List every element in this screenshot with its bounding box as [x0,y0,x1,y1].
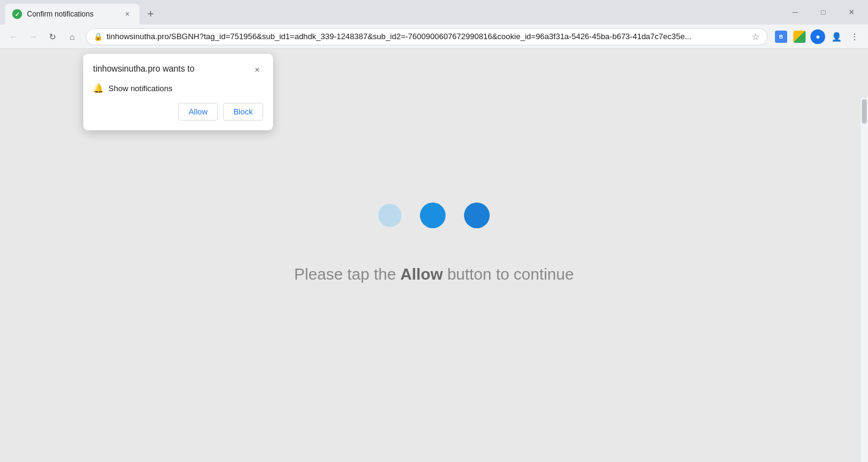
page-content: tinhowsinutha.pro wants to × 🔔 Show noti… [0,49,868,462]
notification-permission-popup: tinhowsinutha.pro wants to × 🔔 Show noti… [83,54,273,130]
home-button[interactable]: ⌂ [64,28,81,45]
scrollbar-thumb[interactable] [862,99,867,124]
account-icon: 👤 [831,32,842,42]
address-bar: ← → ↻ ⌂ 🔒 tinhowsinutha.pro/SBGNH?tag_id… [0,24,868,49]
active-tab[interactable]: Confirm notifications × [5,4,140,24]
lock-icon: 🔒 [94,32,103,41]
address-input-wrapper[interactable]: 🔒 tinhowsinutha.pro/SBGNH?tag_id=751956&… [86,28,768,45]
extension-icon-1: B [775,31,787,43]
block-button[interactable]: Block [223,103,263,121]
dot-2 [420,203,446,228]
permission-text: Show notifications [108,84,173,93]
close-window-button[interactable]: ✕ [837,0,866,24]
avatar: ● [810,29,825,44]
menu-icon: ⋮ [850,32,859,42]
tab-close-button[interactable]: × [122,9,132,19]
scrollbar-track[interactable] [861,98,868,462]
popup-header: tinhowsinutha.pro wants to × [93,64,263,76]
toolbar-icons: B ● 👤 ⋮ [773,28,863,45]
address-text: tinhowsinutha.pro/SBGNH?tag_id=751956&su… [107,32,748,41]
bookmark-star-icon[interactable]: ☆ [752,32,760,42]
extension-icon-2 [793,31,806,43]
popup-buttons: Allow Block [93,103,263,121]
extension-icon-2-button[interactable] [791,28,808,45]
profile-button[interactable]: ● [809,28,826,45]
popup-permission-row: 🔔 Show notifications [93,83,263,93]
back-button[interactable]: ← [5,28,22,45]
dot-3 [464,203,490,228]
window-controls: ─ □ ✕ [781,0,868,24]
allow-button[interactable]: Allow [178,103,218,121]
dot-1 [378,204,402,227]
bell-icon: 🔔 [93,83,103,93]
maximize-button[interactable]: □ [809,0,837,24]
minimize-button[interactable]: ─ [781,0,809,24]
loading-dots [378,203,490,228]
popup-title: tinhowsinutha.pro wants to [93,64,195,73]
extensions-button[interactable]: B [773,28,790,45]
new-tab-button[interactable]: + [142,6,159,23]
title-bar: Confirm notifications × + ─ □ ✕ [0,0,868,24]
reload-button[interactable]: ↻ [44,28,61,45]
popup-close-button[interactable]: × [251,64,263,76]
tab-title: Confirm notifications [27,10,118,18]
cta-text: Please tap the Allow button to continue [294,265,574,284]
cta-prefix: Please tap the [294,265,400,283]
forward-button[interactable]: → [24,28,42,45]
tab-strip: Confirm notifications × + [0,0,159,24]
menu-button[interactable]: ⋮ [846,28,863,45]
cta-suffix: button to continue [443,265,574,283]
tab-favicon [12,9,22,19]
cta-highlight: Allow [400,265,443,283]
account-button[interactable]: 👤 [828,28,845,45]
